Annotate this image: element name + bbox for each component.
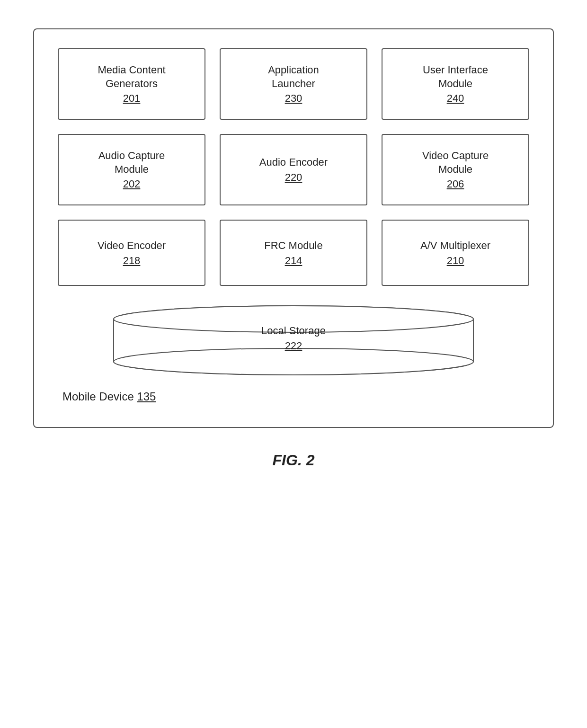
audio-capture-module-box: Audio CaptureModule 202 (58, 134, 205, 205)
mobile-device-text: Mobile Device (62, 390, 134, 403)
audio-encoder-box: Audio Encoder 220 (220, 134, 367, 205)
audio-encoder-name: Audio Encoder (259, 156, 328, 169)
video-encoder-number: 218 (123, 255, 141, 267)
user-interface-module-box: User InterfaceModule 240 (382, 48, 529, 120)
row2-grid: Audio CaptureModule 202 Audio Encoder 22… (58, 134, 529, 205)
frc-module-box: FRC Module 214 (220, 220, 367, 286)
figure-label: FIG. 2 (273, 452, 315, 469)
application-launcher-box: ApplicationLauncher 230 (220, 48, 367, 120)
video-capture-module-box: Video CaptureModule 206 (382, 134, 529, 205)
video-encoder-name: Video Encoder (98, 239, 166, 253)
local-storage-label: Local Storage 222 (261, 324, 326, 352)
local-storage-number: 222 (261, 340, 326, 352)
video-capture-module-name: Video CaptureModule (422, 149, 489, 176)
row1-grid: Media ContentGenerators 201 ApplicationL… (58, 48, 529, 120)
user-interface-module-number: 240 (447, 92, 464, 105)
local-storage-cylinder: Local Storage 222 (104, 300, 483, 376)
media-content-generators-box: Media ContentGenerators 201 (58, 48, 205, 120)
audio-encoder-number: 220 (285, 171, 302, 184)
audio-capture-module-name: Audio CaptureModule (98, 149, 165, 176)
application-launcher-number: 230 (285, 92, 302, 105)
diagram-container: Media ContentGenerators 201 ApplicationL… (33, 28, 554, 428)
local-storage-name: Local Storage (261, 324, 326, 338)
mobile-device-number: 135 (137, 390, 156, 403)
media-content-generators-number: 201 (123, 92, 141, 105)
frc-module-name: FRC Module (264, 239, 322, 253)
video-encoder-box: Video Encoder 218 (58, 220, 205, 286)
user-interface-module-name: User InterfaceModule (423, 63, 488, 90)
av-multiplexer-box: A/V Multiplexer 210 (382, 220, 529, 286)
av-multiplexer-name: A/V Multiplexer (420, 239, 490, 253)
row3-grid: Video Encoder 218 FRC Module 214 A/V Mul… (58, 220, 529, 286)
mobile-device-label: Mobile Device 135 (58, 390, 529, 403)
svg-point-5 (114, 348, 473, 375)
media-content-generators-name: Media ContentGenerators (98, 63, 165, 90)
frc-module-number: 214 (285, 255, 302, 267)
application-launcher-name: ApplicationLauncher (268, 63, 319, 90)
audio-capture-module-number: 202 (123, 178, 141, 190)
video-capture-module-number: 206 (447, 178, 464, 190)
av-multiplexer-number: 210 (447, 255, 464, 267)
storage-section: Local Storage 222 (58, 300, 529, 376)
